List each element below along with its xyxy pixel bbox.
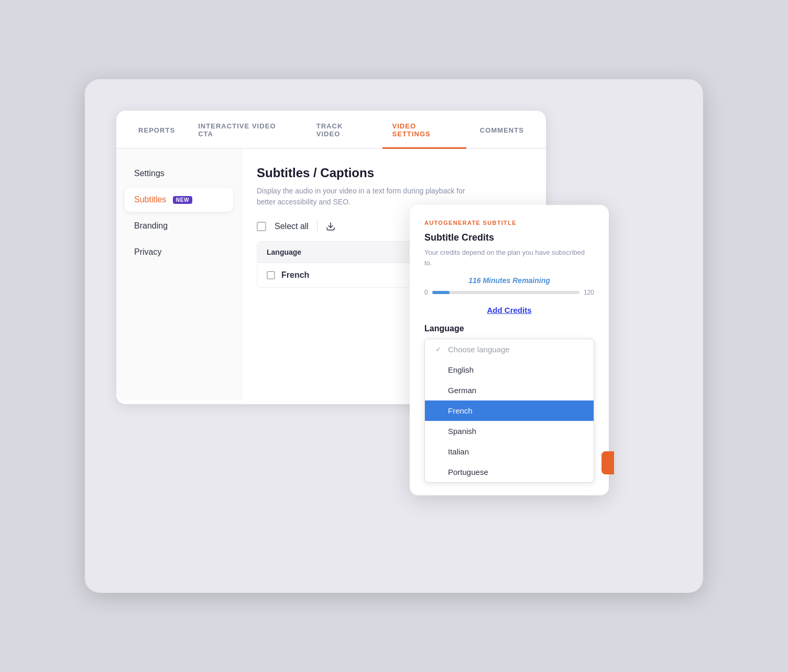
sidebar-item-privacy-label: Privacy bbox=[134, 247, 161, 256]
dropdown-option-french[interactable]: French bbox=[425, 400, 594, 421]
autogen-card: AUTOGENERATE SUBTITLE Subtitle Credits Y… bbox=[410, 205, 609, 495]
sidebar-item-settings-label: Settings bbox=[134, 169, 165, 178]
dropdown-option-german[interactable]: German bbox=[425, 380, 594, 400]
tab-comments[interactable]: COMMENTS bbox=[470, 115, 533, 145]
autogen-header: AUTOGENERATE SUBTITLE bbox=[424, 220, 594, 226]
section-desc: Display the audio in your video in a tex… bbox=[257, 186, 477, 208]
sidebar-item-branding[interactable]: Branding bbox=[125, 214, 233, 238]
dropdown-label-french: French bbox=[448, 406, 473, 415]
sidebar-item-subtitles-label: Subtitles bbox=[134, 195, 166, 204]
sidebar-item-branding-label: Branding bbox=[134, 221, 168, 230]
dropdown-menu: ✓ Choose language English German French bbox=[424, 339, 594, 483]
dropdown-label-german: German bbox=[448, 386, 476, 395]
dropdown-label-spanish: Spanish bbox=[448, 427, 476, 436]
progress-fill bbox=[432, 291, 450, 294]
autogen-title: Subtitle Credits bbox=[424, 232, 594, 243]
sidebar-item-privacy[interactable]: Privacy bbox=[125, 240, 233, 264]
dropdown-label-portuguese: Portuguese bbox=[448, 468, 488, 476]
select-all-label[interactable]: Select all bbox=[275, 222, 309, 231]
tab-track-video[interactable]: TRACK VIDEO bbox=[307, 111, 379, 149]
tab-video-settings[interactable]: VIDEO SETTINGS bbox=[382, 111, 466, 149]
toolbar-divider bbox=[317, 220, 318, 233]
orange-action-button[interactable] bbox=[601, 451, 614, 474]
outer-container: REPORTS INTERACTIVE VIDEO CTA TRACK VIDE… bbox=[85, 79, 703, 593]
dropdown-label-english: English bbox=[448, 365, 474, 374]
tabs-bar: REPORTS INTERACTIVE VIDEO CTA TRACK VIDE… bbox=[116, 111, 546, 149]
dropdown-placeholder-label: Choose language bbox=[448, 345, 510, 354]
dropdown-option-placeholder[interactable]: ✓ Choose language bbox=[425, 339, 594, 360]
tab-reports[interactable]: REPORTS bbox=[129, 115, 184, 145]
dropdown-option-italian[interactable]: Italian bbox=[425, 441, 594, 462]
dropdown-option-portuguese[interactable]: Portuguese bbox=[425, 462, 594, 482]
sidebar-item-settings[interactable]: Settings bbox=[125, 161, 233, 186]
dropdown-option-english[interactable]: English bbox=[425, 360, 594, 380]
progress-bar bbox=[432, 291, 579, 294]
dropdown-option-spanish[interactable]: Spanish bbox=[425, 421, 594, 441]
checkmark-icon: ✓ bbox=[435, 345, 444, 353]
sidebar: Settings Subtitles NEW Branding Privacy bbox=[116, 149, 242, 400]
table-header: Language bbox=[257, 242, 424, 263]
download-button[interactable] bbox=[326, 222, 335, 231]
add-credits-button[interactable]: Add Credits bbox=[424, 306, 594, 315]
row-lang-french: French bbox=[281, 270, 309, 280]
download-icon bbox=[326, 222, 335, 231]
row-checkbox-french[interactable] bbox=[267, 271, 275, 279]
section-title: Subtitles / Captions bbox=[257, 166, 531, 180]
table-row[interactable]: French bbox=[257, 263, 424, 287]
language-table: Language French bbox=[257, 241, 424, 288]
dropdown-label-italian: Italian bbox=[448, 447, 469, 456]
progress-label-right: 120 bbox=[584, 289, 594, 296]
progress-bar-container: 0 120 bbox=[424, 289, 594, 296]
language-section-label: Language bbox=[424, 324, 594, 333]
minutes-remaining: 116 Minutes Remaining bbox=[424, 276, 594, 285]
select-all-checkbox[interactable] bbox=[257, 222, 266, 231]
autogen-desc: Your credits depend on the plan you have… bbox=[424, 247, 594, 268]
progress-label-left: 0 bbox=[424, 289, 428, 296]
sidebar-item-subtitles[interactable]: Subtitles NEW bbox=[125, 188, 233, 212]
dropdown-container: ✓ Choose language English German French bbox=[424, 339, 594, 483]
tab-interactive-video-cta[interactable]: INTERACTIVE VIDEO CTA bbox=[189, 111, 303, 149]
new-badge: NEW bbox=[173, 196, 192, 204]
